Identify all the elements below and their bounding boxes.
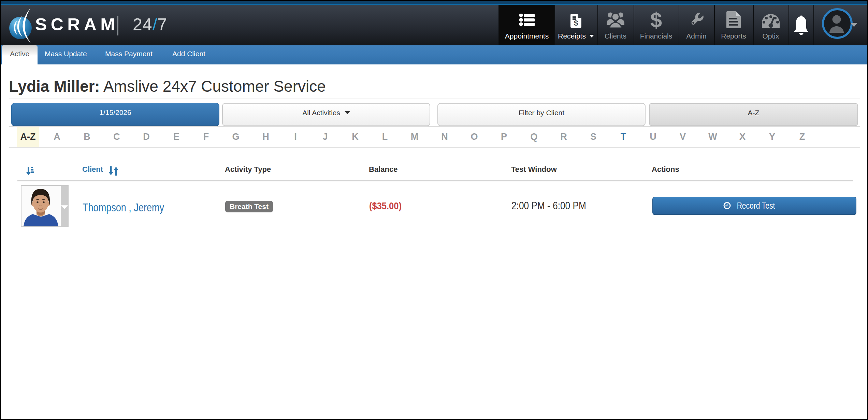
svg-text:$: $: [574, 19, 578, 27]
